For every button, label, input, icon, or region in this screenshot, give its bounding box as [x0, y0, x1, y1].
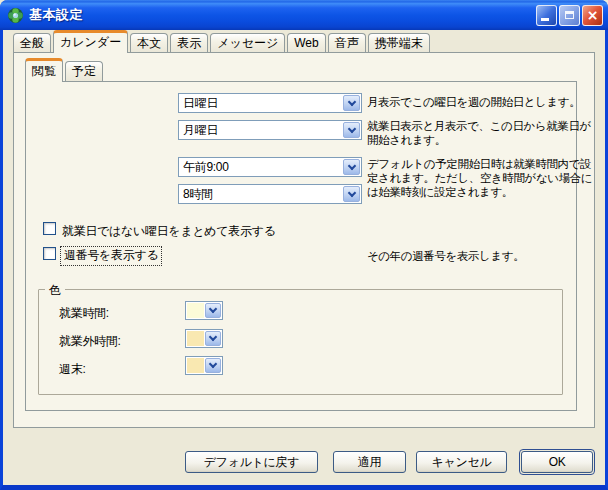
- work-hours-select[interactable]: 8時間: [178, 184, 362, 204]
- work-start-time-select[interactable]: 午前9:00: [178, 157, 362, 177]
- week-numbers-description: その年の週番号を表示します。: [367, 249, 598, 263]
- color-group-title: 色: [45, 282, 65, 299]
- close-icon: ×: [587, 8, 599, 22]
- subtab-browse[interactable]: 閲覧: [25, 58, 63, 82]
- first-day-of-week-description: 月表示でこの曜日を週の開始日とします。: [367, 95, 598, 109]
- tab-general[interactable]: 全般: [13, 33, 51, 52]
- off-hours-color-select[interactable]: [185, 329, 223, 348]
- chevron-down-icon[interactable]: [205, 303, 221, 318]
- weekend-color-label: 週末:: [59, 361, 85, 378]
- title-bar: 基本設定 ×: [0, 0, 608, 30]
- tab-mobile[interactable]: 携帯端末: [368, 33, 430, 52]
- work-hours-color-label: 就業時間:: [59, 305, 109, 322]
- close-button[interactable]: ×: [582, 5, 603, 26]
- maximize-icon: [565, 11, 574, 19]
- chevron-down-icon[interactable]: [343, 95, 360, 111]
- combo-value: 日曜日: [179, 95, 342, 112]
- group-non-workdays-label[interactable]: 就業日ではない曜日をまとめて表示する: [62, 223, 276, 240]
- show-week-numbers-checkbox[interactable]: [43, 247, 56, 260]
- chevron-down-icon[interactable]: [343, 159, 360, 175]
- work-start-time-description: デフォルトの予定開始日時は就業時間内で設定されます。ただし、空き時間がない場合に…: [367, 157, 598, 199]
- first-workday-select[interactable]: 月曜日: [178, 120, 362, 140]
- group-non-workdays-checkbox[interactable]: [43, 222, 56, 235]
- tab-body[interactable]: 本文: [130, 33, 168, 52]
- color-swatch: [187, 358, 204, 373]
- chevron-down-icon[interactable]: [205, 331, 221, 346]
- window-title: 基本設定: [29, 6, 534, 24]
- tab-display[interactable]: 表示: [170, 33, 208, 52]
- main-tab-strip: 全般 カレンダー 本文 表示 メッセージ Web 音声 携帯端末: [13, 30, 432, 52]
- color-groupbox: 色 就業時間: 就業外時間: 週末:: [38, 289, 563, 395]
- chevron-down-icon[interactable]: [343, 186, 360, 202]
- color-swatch: [187, 331, 204, 346]
- maximize-button[interactable]: [559, 5, 580, 26]
- tab-message[interactable]: メッセージ: [210, 33, 285, 52]
- chevron-down-icon[interactable]: [205, 358, 221, 373]
- app-icon: [7, 7, 24, 24]
- tab-calendar[interactable]: カレンダー: [53, 30, 128, 53]
- reset-default-button[interactable]: デフォルトに戻す: [185, 451, 318, 473]
- color-swatch: [187, 303, 204, 318]
- minimize-button[interactable]: [536, 5, 557, 26]
- preferences-dialog: 基本設定 × 全般 カレンダー 本文 表示 メッセージ Web 音声 携帯端末 …: [0, 0, 608, 490]
- combo-value: 月曜日: [179, 122, 342, 139]
- work-hours-color-select[interactable]: [185, 301, 223, 320]
- combo-value: 午前9:00: [179, 159, 342, 176]
- first-day-of-week-select[interactable]: 日曜日: [178, 93, 362, 113]
- first-workday-description: 就業日表示と月表示で、この日から就業日が開始されます。: [367, 119, 598, 147]
- subtab-schedule[interactable]: 予定: [65, 61, 103, 81]
- tab-web[interactable]: Web: [287, 33, 325, 52]
- cancel-button[interactable]: キャンセル: [416, 451, 507, 473]
- chevron-down-icon[interactable]: [343, 122, 360, 138]
- ok-button[interactable]: OK: [521, 451, 593, 473]
- ok-button-focus-ring: OK: [519, 449, 595, 475]
- combo-value: 8時間: [179, 186, 342, 203]
- tab-voice[interactable]: 音声: [328, 33, 366, 52]
- show-week-numbers-label[interactable]: 週番号を表示する: [60, 246, 162, 266]
- sub-tab-strip: 閲覧 予定: [25, 58, 105, 81]
- weekend-color-select[interactable]: [185, 356, 223, 375]
- off-hours-color-label: 就業外時間:: [59, 333, 121, 350]
- apply-button[interactable]: 適用: [333, 451, 406, 473]
- minimize-icon: [541, 18, 549, 21]
